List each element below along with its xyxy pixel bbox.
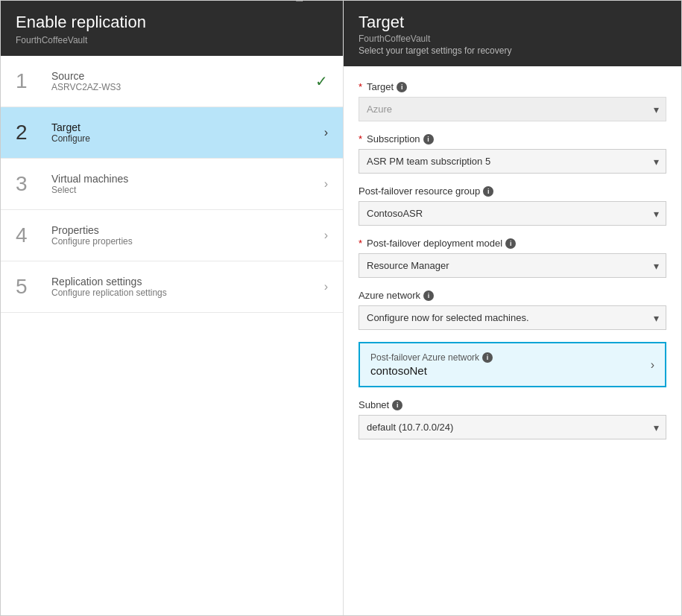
step-1-check-icon: ✓ [315, 72, 328, 90]
left-close-button[interactable]: ✕ [313, 0, 328, 5]
resource-group-info-icon: i [483, 186, 493, 197]
step-4-title: Properties [51, 224, 324, 236]
target-label-text: Target [367, 81, 394, 92]
step-4-arrow-icon: › [324, 229, 328, 242]
subscription-label: * Subscription i [359, 133, 666, 145]
azure-network-info-icon: i [423, 290, 434, 301]
step-5-subtitle: Configure replication settings [51, 288, 324, 298]
pf-azure-network-value: contosoNet [370, 364, 493, 377]
step-2-arrow-icon: › [324, 126, 328, 139]
subscription-required-star: * [359, 133, 362, 145]
azure-network-label: Azure network i [359, 290, 666, 301]
azure-network-label-text: Azure network [359, 290, 420, 301]
main-container: — □ ✕ Enable replication FourthCoffeeVau… [0, 0, 682, 616]
resource-group-field-group: Post-failover resource group i ContosoAS… [359, 185, 666, 226]
azure-network-dropdown-wrapper: Configure now for selected machines. [359, 305, 666, 330]
right-form: * Target i Azure * Subscription i [344, 66, 681, 615]
deployment-model-label: * Post-failover deployment model i [359, 238, 666, 249]
step-1-subtitle: ASRVC2AZ-WS3 [51, 82, 315, 92]
left-panel: — □ ✕ Enable replication FourthCoffeeVau… [1, 1, 344, 615]
subscription-label-text: Subscription [367, 133, 420, 145]
step-3-title: Virtual machines [51, 173, 324, 185]
step-2-number: 2 [16, 121, 45, 145]
subnet-info-icon: i [392, 400, 402, 410]
deployment-model-dropdown[interactable]: Resource Manager [359, 253, 666, 278]
step-3-info: Virtual machines Select [51, 173, 324, 195]
subnet-label: Subnet i [359, 399, 666, 410]
step-3-virtual-machines[interactable]: 3 Virtual machines Select › [1, 159, 343, 210]
left-title: Enable replication [16, 13, 328, 32]
step-1-title: Source [51, 70, 315, 82]
right-title: Target [359, 13, 666, 32]
pf-azure-network-label-text: Post-failover Azure network [370, 352, 479, 363]
target-required-star: * [359, 81, 362, 92]
azure-network-dropdown[interactable]: Configure now for selected machines. [359, 305, 666, 330]
step-2-title: Target [51, 121, 324, 133]
step-3-number: 3 [16, 172, 45, 196]
subscription-dropdown-wrapper: ASR PM team subscription 5 [359, 149, 666, 174]
target-label: * Target i [359, 81, 666, 92]
target-dropdown-wrapper: Azure [359, 97, 666, 121]
pf-azure-network-row[interactable]: Post-failover Azure network i contosoNet… [359, 342, 666, 387]
pf-azure-network-arrow-icon: › [651, 358, 654, 372]
left-header-controls: — □ ✕ [270, 0, 328, 5]
step-2-target[interactable]: 2 Target Configure › [1, 107, 343, 159]
subnet-field-group: Subnet i default (10.7.0.0/24) [359, 399, 666, 439]
step-3-arrow-icon: › [324, 177, 328, 191]
left-minimize-button[interactable]: — [270, 0, 286, 5]
deployment-model-dropdown-wrapper: Resource Manager [359, 253, 666, 278]
step-5-title: Replication settings [51, 276, 324, 288]
right-panel: — □ ✕ Target FourthCoffeeVault Select yo… [344, 1, 681, 615]
step-4-subtitle: Configure properties [51, 236, 324, 247]
step-5-replication[interactable]: 5 Replication settings Configure replica… [1, 261, 343, 313]
subscription-info-icon: i [423, 134, 434, 145]
left-vault-name: FourthCoffeeVault [16, 35, 328, 45]
subnet-label-text: Subnet [359, 399, 389, 410]
step-1-info: Source ASRVC2AZ-WS3 [51, 70, 315, 92]
resource-group-dropdown[interactable]: ContosoASR [359, 201, 666, 226]
azure-network-field-group: Azure network i Configure now for select… [359, 290, 666, 330]
step-1-number: 1 [16, 69, 45, 93]
target-dropdown[interactable]: Azure [359, 97, 666, 121]
subnet-dropdown[interactable]: default (10.7.0.0/24) [359, 415, 666, 439]
step-2-subtitle: Configure [51, 133, 324, 144]
deployment-required-star: * [359, 238, 362, 249]
subnet-dropdown-wrapper: default (10.7.0.0/24) [359, 415, 666, 439]
left-steps-list: 1 Source ASRVC2AZ-WS3 ✓ 2 Target Configu… [1, 56, 343, 615]
step-1-source[interactable]: 1 Source ASRVC2AZ-WS3 ✓ [1, 56, 343, 107]
left-header: — □ ✕ Enable replication FourthCoffeeVau… [1, 1, 343, 56]
step-2-info: Target Configure [51, 121, 324, 144]
deployment-model-label-text: Post-failover deployment model [367, 238, 502, 249]
pf-azure-network-info-icon: i [482, 352, 493, 363]
subscription-dropdown[interactable]: ASR PM team subscription 5 [359, 149, 666, 174]
step-3-subtitle: Select [51, 185, 324, 195]
pf-azure-network-info-section: Post-failover Azure network i contosoNet [370, 352, 493, 377]
deployment-model-field-group: * Post-failover deployment model i Resou… [359, 238, 666, 278]
step-5-number: 5 [16, 275, 45, 299]
left-maximize-button[interactable]: □ [294, 0, 306, 5]
target-field-group: * Target i Azure [359, 81, 666, 121]
target-info-icon: i [397, 82, 407, 92]
right-description: Select your target settings for recovery [359, 45, 666, 56]
resource-group-dropdown-wrapper: ContosoASR [359, 201, 666, 226]
right-vault-name: FourthCoffeeVault [359, 34, 666, 44]
step-5-info: Replication settings Configure replicati… [51, 276, 324, 298]
subscription-field-group: * Subscription i ASR PM team subscriptio… [359, 133, 666, 174]
resource-group-label: Post-failover resource group i [359, 185, 666, 197]
step-5-arrow-icon: › [324, 280, 328, 293]
right-header: — □ ✕ Target FourthCoffeeVault Select yo… [344, 1, 681, 66]
resource-group-label-text: Post-failover resource group [359, 185, 480, 197]
pf-azure-network-label: Post-failover Azure network i [370, 352, 493, 363]
step-4-info: Properties Configure properties [51, 224, 324, 247]
step-4-number: 4 [16, 223, 45, 247]
step-4-properties[interactable]: 4 Properties Configure properties › [1, 210, 343, 261]
deployment-model-info-icon: i [505, 238, 516, 249]
